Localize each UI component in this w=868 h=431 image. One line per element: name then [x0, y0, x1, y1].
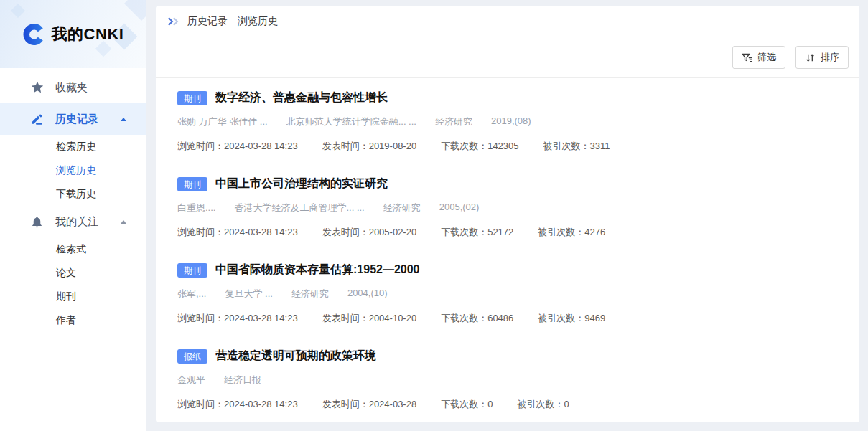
- decor-cube: [124, 0, 146, 21]
- sidebar-item-search-expression[interactable]: 检索式: [0, 237, 146, 261]
- content-card: 历史记录—浏览历史 筛选: [156, 6, 859, 422]
- download-count: 下载次数：142305: [441, 140, 518, 153]
- item-title[interactable]: 营造稳定透明可预期的政策环境: [215, 349, 376, 364]
- bell-icon: [30, 215, 45, 229]
- download-count: 下载次数：0: [441, 398, 493, 411]
- sidebar-item-journals[interactable]: 期刊: [0, 285, 146, 308]
- item-authors: 白重恩....: [177, 202, 215, 214]
- filter-button-label: 筛选: [757, 51, 776, 64]
- sort-button-label: 排序: [821, 51, 839, 64]
- item-title[interactable]: 中国上市公司治理结构的实证研究: [215, 176, 388, 191]
- sidebar-item-favorites[interactable]: 收藏夹: [0, 72, 146, 103]
- sidebar-item-download-history[interactable]: 下载历史: [0, 182, 146, 206]
- item-source: 经济研究: [291, 288, 329, 300]
- item-authors: 金观平: [177, 374, 205, 387]
- sidebar-menu: 收藏夹 历史记录 检索历史 浏览历史 下载历史: [0, 68, 146, 332]
- toolbar: 筛选 排序: [156, 37, 859, 78]
- sidebar-item-label: 历史记录: [55, 113, 98, 126]
- citation-count: 被引次数：4276: [538, 226, 605, 239]
- decor-cube: [11, 4, 25, 18]
- item-authors: 张勋 万广华 张佳佳 ...: [177, 115, 268, 128]
- cnki-logo-icon: [23, 24, 45, 45]
- publish-time: 发表时间：2004-10-20: [322, 312, 417, 325]
- sidebar-item-history[interactable]: 历史记录: [0, 103, 146, 135]
- citation-count: 被引次数：9469: [538, 312, 605, 325]
- double-chevron-icon: [167, 17, 179, 26]
- sidebar-item-papers[interactable]: 论文: [0, 261, 146, 285]
- collapse-arrow-icon[interactable]: [121, 220, 126, 224]
- list-item: 期刊 数字经济、普惠金融与包容性增长 张勋 万广华 张佳佳 ... 北京师范大学…: [156, 78, 859, 164]
- item-issue: 2004,(10): [347, 288, 388, 300]
- sidebar-item-label: 收藏夹: [55, 81, 88, 95]
- item-source: 经济研究: [435, 115, 472, 128]
- collapse-arrow-icon[interactable]: [121, 118, 126, 121]
- download-count: 下载次数：52172: [441, 226, 513, 239]
- download-count: 下载次数：60486: [441, 312, 513, 325]
- pen-icon: [30, 113, 45, 126]
- view-time: 浏览时间：2024-03-28 14:23: [177, 140, 298, 153]
- item-institution: 复旦大学 ...: [225, 288, 272, 300]
- item-issue: 2019,(08): [491, 115, 531, 128]
- sort-button[interactable]: 排序: [795, 46, 849, 69]
- main-content: 历史记录—浏览历史 筛选: [146, 0, 868, 431]
- citation-count: 被引次数：0: [517, 398, 569, 411]
- sidebar-item-authors[interactable]: 作者: [0, 308, 146, 332]
- sidebar: 我的CNKI 收藏夹 历史记录: [0, 0, 146, 431]
- publish-time: 发表时间：2005-02-20: [322, 226, 417, 239]
- sidebar-item-follow[interactable]: 我的关注: [0, 206, 146, 237]
- app-root: 我的CNKI 收藏夹 历史记录: [0, 0, 868, 431]
- item-institution: 北京师范大学统计学院金融... ...: [286, 115, 416, 128]
- type-badge: 期刊: [177, 263, 207, 278]
- publish-time: 发表时间：2024-03-28: [322, 398, 417, 411]
- item-title[interactable]: 中国省际物质资本存量估算:1952—2000: [215, 262, 420, 278]
- type-badge: 期刊: [177, 91, 207, 105]
- type-badge: 报纸: [177, 349, 207, 364]
- item-authors: 张军,...: [177, 288, 206, 300]
- item-source: 经济研究: [383, 202, 421, 214]
- list-item: 期刊 中国省际物质资本存量估算:1952—2000 张军,... 复旦大学 ..…: [156, 250, 859, 336]
- view-time: 浏览时间：2024-03-28 14:23: [177, 312, 298, 325]
- view-time: 浏览时间：2024-03-28 14:23: [177, 226, 298, 239]
- filter-button[interactable]: 筛选: [732, 46, 785, 69]
- logo[interactable]: 我的CNKI: [0, 0, 146, 68]
- sidebar-item-search-history[interactable]: 检索历史: [0, 135, 146, 158]
- breadcrumb-text: 历史记录—浏览历史: [187, 15, 278, 28]
- citation-count: 被引次数：3311: [543, 140, 610, 153]
- star-icon: [30, 80, 45, 95]
- sidebar-item-label: 我的关注: [55, 215, 98, 229]
- sidebar-item-browse-history[interactable]: 浏览历史: [0, 158, 146, 182]
- history-list: 期刊 数字经济、普惠金融与包容性增长 张勋 万广华 张佳佳 ... 北京师范大学…: [156, 78, 859, 422]
- item-institution: 香港大学经济及工商管理学... ...: [234, 202, 364, 214]
- list-item: 报纸 营造稳定透明可预期的政策环境 金观平 经济日报 浏览时间：2024-03-…: [156, 336, 859, 422]
- view-time: 浏览时间：2024-03-28 14:23: [177, 398, 298, 411]
- publish-time: 发表时间：2019-08-20: [322, 140, 417, 153]
- breadcrumb: 历史记录—浏览历史: [156, 6, 859, 37]
- item-title[interactable]: 数字经济、普惠金融与包容性增长: [215, 90, 388, 105]
- item-issue: 2005,(02): [439, 202, 480, 214]
- logo-text: 我的CNKI: [52, 24, 124, 45]
- type-badge: 期刊: [177, 177, 207, 191]
- sort-icon: [805, 52, 816, 63]
- list-item: 期刊 中国上市公司治理结构的实证研究 白重恩.... 香港大学经济及工商管理学.…: [156, 164, 859, 250]
- item-source: 经济日报: [224, 374, 261, 387]
- filter-icon: [742, 52, 752, 63]
